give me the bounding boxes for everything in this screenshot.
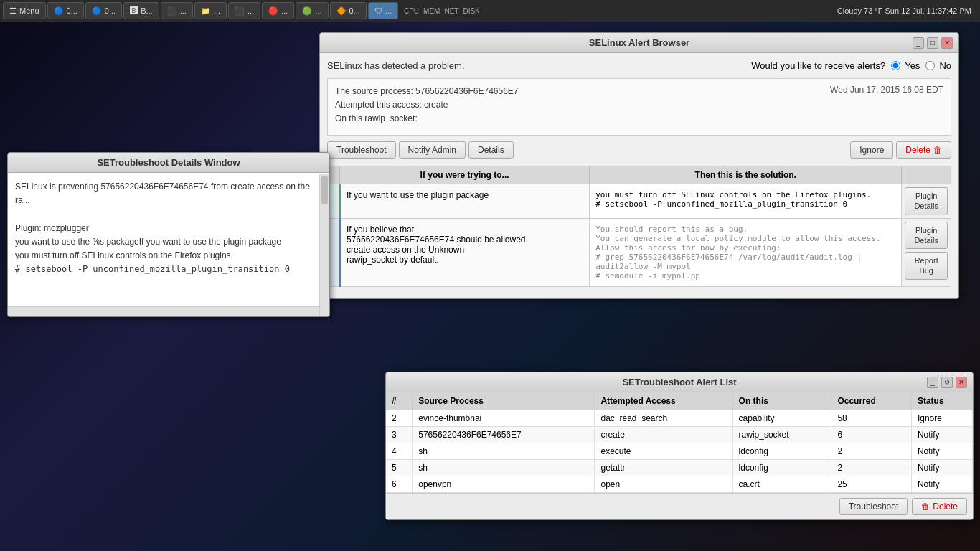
details-button[interactable]: Details	[468, 141, 514, 159]
taskbar-folder[interactable]: 📁 ...	[194, 2, 227, 19]
plugin-btn-cell-2: Plugin Details Report Bug	[902, 218, 951, 286]
net-label: NET	[444, 7, 458, 15]
trying-to-header: If you were trying to...	[340, 166, 590, 184]
details-window-titlebar: SETroubleshoot Details Window	[8, 153, 329, 173]
disk-label: DISK	[463, 7, 479, 15]
close-button[interactable]: ✕	[941, 37, 953, 49]
mem-label: MEM	[423, 7, 440, 15]
selinux-icon: 🛡	[374, 6, 382, 15]
alert-list-minimize[interactable]: _	[927, 377, 938, 388]
alert-header: SELinux has detected a problem. Would yo…	[327, 60, 951, 71]
plugin-details-button-1[interactable]: Plugin Details	[905, 187, 948, 215]
taskbar-term2[interactable]: ⬛ ...	[228, 2, 260, 19]
details-window: SETroubleshoot Details Window SELinux is…	[7, 152, 330, 317]
taskbar-app4[interactable]: 🔴 ...	[262, 2, 294, 19]
delete-label: Delete	[905, 145, 930, 155]
alert-browser-window: SELinux Alert Browser _ □ ✕ SELinux has …	[319, 32, 959, 299]
alert-row-1[interactable]: 2 evince-thumbnai dac_read_search capabi…	[386, 410, 973, 427]
alert-row-4[interactable]: 5 sh getattr ldconfig 2 Notify	[386, 460, 973, 476]
cell-on-this-1: capability	[732, 410, 831, 427]
maximize-button[interactable]: □	[927, 37, 938, 49]
yes-radio[interactable]	[891, 61, 900, 70]
alert-list-close[interactable]: ✕	[956, 377, 967, 388]
yes-label: Yes	[905, 60, 920, 71]
cell-source-4: sh	[413, 460, 595, 476]
details-window-body: SELinux is preventing 57656220436F6E7465…	[8, 173, 329, 316]
source-process-value: 57656220436F6E74656E7	[415, 86, 518, 96]
cell-num-2: 3	[386, 427, 413, 443]
on-this-label: On this rawip_socket:	[335, 113, 418, 123]
attempted-access-value: create	[424, 100, 448, 110]
no-radio-label[interactable]: No	[925, 60, 951, 71]
taskbar-app3[interactable]: 🅱 B...	[123, 2, 159, 19]
details-content-line4: you must turn off SELinux controls on th…	[15, 249, 322, 263]
solution-cell-2: You should report this as a bug.You can …	[590, 218, 902, 286]
solution-text-2: You should report this as a bug.You can …	[595, 225, 895, 281]
alert-row-5[interactable]: 6 openvpn open ca.crt 25 Notify	[386, 476, 973, 493]
ignore-button[interactable]: Ignore	[850, 141, 893, 159]
right-action-buttons: Ignore Delete 🗑	[850, 141, 951, 159]
alert-table-header-row: # Source Process Attempted Access On thi…	[386, 392, 973, 410]
cell-status-3: Notify	[911, 443, 972, 460]
cell-num-1: 2	[386, 410, 413, 427]
solution-header: Then this is the solution.	[590, 166, 902, 184]
taskbar-term1[interactable]: ⬛ ...	[161, 2, 193, 19]
no-label: No	[939, 60, 951, 71]
cell-source-5: openvpn	[413, 476, 595, 493]
details-window-title: SETroubleshoot Details Window	[97, 157, 240, 168]
trying-to-cell-2: If you believe that57656220436F6E74656E7…	[340, 218, 590, 286]
trying-to-text-2: If you believe that57656220436F6E74656E7…	[347, 225, 583, 265]
solution-text-1: you must turn off SELinux controls on th…	[595, 190, 895, 209]
solution-cell-1: you must turn off SELinux controls on th…	[590, 184, 902, 219]
troubleshoot-button[interactable]: Troubleshoot	[327, 141, 396, 159]
trash-icon: 🗑	[933, 145, 942, 155]
details-scrollbar[interactable]	[319, 174, 329, 316]
taskbar-menu[interactable]: ☰ Menu	[3, 2, 46, 19]
trying-to-cell-1: If you want to use the plugin package	[340, 184, 590, 219]
app2-icon: 🔵	[92, 6, 102, 16]
cell-num-3: 4	[386, 443, 413, 460]
cell-on-this-4: ldconfig	[732, 460, 831, 476]
plugin-details-button-2[interactable]: Plugin Details	[905, 222, 948, 250]
cell-num-5: 6	[386, 476, 413, 493]
alert-list-troubleshoot-button[interactable]: Troubleshoot	[839, 498, 908, 515]
on-this-field: On this rawip_socket:	[335, 112, 943, 126]
solution-wrapper: If you were trying to... Then this is th…	[327, 166, 951, 291]
yes-radio-label[interactable]: Yes	[891, 60, 920, 71]
terminal2-icon: ⬛	[235, 6, 245, 16]
details-h-scrollbar[interactable]	[8, 306, 319, 316]
alert-row-3[interactable]: 4 sh execute ldconfig 2 Notify	[386, 443, 973, 460]
taskbar-selinux[interactable]: 🛡 ...	[368, 2, 398, 19]
receive-alerts-label: Would you like to receive alerts?	[751, 60, 885, 71]
taskbar: ☰ Menu 🔵 0... 🔵 0... 🅱 B... ⬛ ... 📁 ... …	[0, 0, 980, 22]
alert-list-restore[interactable]: ↺	[941, 377, 953, 388]
alert-list-delete-button[interactable]: 🗑 Delete	[912, 498, 967, 515]
solution-table: If you were trying to... Then this is th…	[327, 166, 951, 287]
taskbar-app5[interactable]: 🟢 ...	[296, 2, 328, 19]
taskbar-app6[interactable]: 🔶 0...	[330, 2, 367, 19]
solution-row-1: If you want to use the plugin package yo…	[328, 184, 951, 219]
alert-browser-title: SELinux Alert Browser	[589, 37, 689, 48]
app3-icon: 🅱	[130, 6, 138, 15]
app5-icon: 🟢	[302, 6, 312, 16]
alert-row-2[interactable]: 3 57656220436F6E74656E7 create rawip_soc…	[386, 427, 973, 443]
cell-occurred-3: 2	[831, 443, 911, 460]
alert-browser-titlebar: SELinux Alert Browser _ □ ✕	[320, 33, 958, 53]
action-buttons: Troubleshoot Notify Admin Details	[327, 141, 514, 159]
trash-icon-2: 🗑	[921, 501, 930, 512]
taskbar-menu-label: Menu	[19, 6, 39, 15]
notify-admin-button[interactable]: Notify Admin	[399, 141, 466, 159]
trying-to-text-1: If you want to use the plugin package	[347, 190, 489, 200]
alert-list-title: SETroubleshoot Alert List	[622, 377, 736, 387]
scrollbar-thumb[interactable]	[321, 176, 328, 204]
delete-button[interactable]: Delete 🗑	[896, 141, 951, 159]
report-bug-button[interactable]: Report Bug	[905, 252, 948, 280]
no-radio[interactable]	[925, 61, 935, 70]
taskbar-system-icons: CPU MEM NET DISK	[400, 7, 484, 15]
taskbar-app1[interactable]: 🔵 0...	[47, 2, 84, 19]
menu-icon: ☰	[9, 6, 17, 16]
cell-access-1: dac_read_search	[595, 410, 732, 427]
minimize-button[interactable]: _	[913, 37, 924, 49]
details-content-line1: SELinux is preventing 57656220436F6E7465…	[15, 180, 322, 207]
taskbar-app2[interactable]: 🔵 0...	[85, 2, 122, 19]
